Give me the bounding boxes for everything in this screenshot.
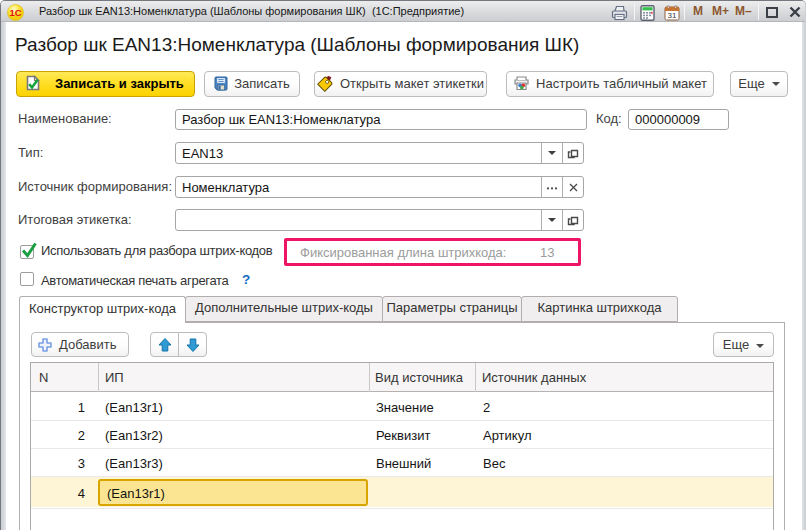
svg-text:1С: 1С bbox=[9, 7, 21, 18]
svg-text:31: 31 bbox=[668, 11, 677, 20]
